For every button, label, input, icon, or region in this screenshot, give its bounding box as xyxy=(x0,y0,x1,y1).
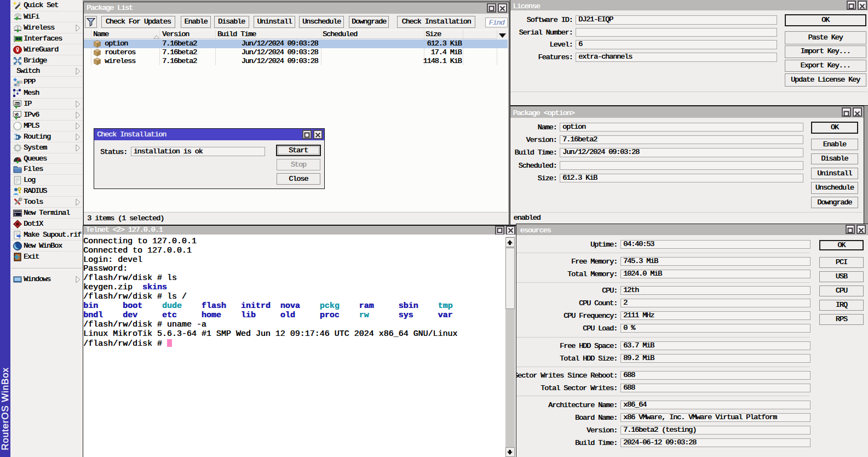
svg-text:255: 255 xyxy=(14,101,20,106)
svg-text:v6: v6 xyxy=(15,112,19,117)
